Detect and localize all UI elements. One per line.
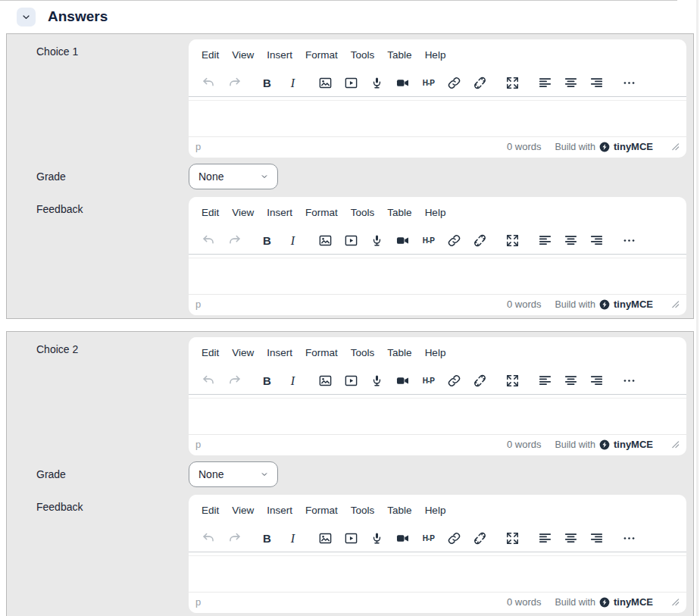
media-icon[interactable]	[341, 231, 361, 251]
menu-tools[interactable]: Tools	[351, 505, 375, 516]
menu-format[interactable]: Format	[305, 207, 338, 218]
menu-table[interactable]: Table	[387, 347, 411, 358]
scrollbar-track[interactable]	[696, 0, 698, 616]
more-icon[interactable]	[619, 231, 639, 251]
align-center-icon[interactable]	[561, 231, 581, 251]
menu-table[interactable]: Table	[387, 49, 411, 61]
record-audio-icon[interactable]	[367, 231, 387, 251]
align-left-icon[interactable]	[535, 371, 555, 391]
resize-handle-icon[interactable]	[671, 142, 680, 151]
menu-edit[interactable]: Edit	[202, 505, 219, 516]
record-audio-icon[interactable]	[367, 529, 387, 549]
fullscreen-icon[interactable]	[502, 73, 523, 93]
link-icon[interactable]	[444, 529, 464, 549]
media-icon[interactable]	[341, 73, 361, 93]
align-left-icon[interactable]	[535, 73, 555, 93]
bold-icon[interactable]: B	[257, 73, 277, 93]
align-left-icon[interactable]	[535, 529, 555, 549]
h5p-icon[interactable]: H-P	[418, 529, 439, 549]
menu-table[interactable]: Table	[387, 207, 411, 218]
menu-format[interactable]: Format	[305, 347, 338, 358]
align-right-icon[interactable]	[586, 529, 607, 549]
resize-handle-icon[interactable]	[671, 440, 680, 449]
tinymce-brand-link[interactable]: Build with tinyMCE	[555, 439, 654, 450]
menu-edit[interactable]: Edit	[202, 347, 219, 358]
tinymce-brand-link[interactable]: Build with tinyMCE	[555, 299, 654, 310]
undo-icon[interactable]	[198, 231, 219, 251]
image-icon[interactable]	[315, 371, 336, 391]
undo-icon[interactable]	[198, 73, 219, 93]
align-center-icon[interactable]	[561, 529, 581, 549]
align-center-icon[interactable]	[561, 73, 581, 93]
undo-icon[interactable]	[198, 529, 219, 549]
italic-icon[interactable]: I	[283, 73, 303, 93]
link-icon[interactable]	[444, 371, 464, 391]
image-icon[interactable]	[315, 231, 336, 251]
fullscreen-icon[interactable]	[502, 371, 523, 391]
redo-icon[interactable]	[224, 371, 245, 391]
element-path[interactable]: p	[195, 141, 201, 152]
link-icon[interactable]	[444, 73, 464, 93]
redo-icon[interactable]	[224, 231, 245, 251]
redo-icon[interactable]	[224, 529, 245, 549]
bold-icon[interactable]: B	[257, 231, 277, 251]
menu-view[interactable]: View	[232, 505, 254, 516]
menu-format[interactable]: Format	[305, 49, 338, 61]
tinymce-brand-link[interactable]: Build with tinyMCE	[555, 141, 654, 152]
align-center-icon[interactable]	[561, 371, 581, 391]
grade-select[interactable]: None	[189, 461, 278, 487]
h5p-icon[interactable]: H-P	[418, 73, 439, 93]
menu-edit[interactable]: Edit	[202, 207, 219, 218]
unlink-icon[interactable]	[470, 529, 490, 549]
grade-select[interactable]: None	[189, 164, 278, 189]
more-icon[interactable]	[619, 371, 639, 391]
redo-icon[interactable]	[224, 73, 245, 93]
h5p-icon[interactable]: H-P	[418, 231, 439, 251]
record-video-icon[interactable]	[392, 73, 413, 93]
menu-view[interactable]: View	[232, 347, 254, 358]
undo-icon[interactable]	[198, 371, 219, 391]
editor-content-area[interactable]	[189, 101, 686, 136]
italic-icon[interactable]: I	[283, 529, 303, 549]
image-icon[interactable]	[315, 529, 336, 549]
record-audio-icon[interactable]	[367, 371, 387, 391]
fullscreen-icon[interactable]	[502, 231, 523, 251]
menu-help[interactable]: Help	[425, 49, 446, 61]
menu-help[interactable]: Help	[425, 207, 446, 218]
media-icon[interactable]	[341, 371, 361, 391]
element-path[interactable]: p	[195, 439, 201, 450]
editor-content-area[interactable]	[189, 399, 686, 434]
collapse-answers-button[interactable]	[17, 8, 36, 27]
menu-tools[interactable]: Tools	[351, 207, 375, 218]
menu-help[interactable]: Help	[425, 347, 446, 358]
menu-view[interactable]: View	[232, 207, 254, 218]
unlink-icon[interactable]	[470, 371, 490, 391]
menu-tools[interactable]: Tools	[351, 49, 375, 61]
h5p-icon[interactable]: H-P	[418, 371, 439, 391]
media-icon[interactable]	[341, 529, 361, 549]
record-audio-icon[interactable]	[367, 73, 387, 93]
editor-content-area[interactable]	[189, 258, 686, 294]
menu-insert[interactable]: Insert	[267, 49, 292, 61]
menu-view[interactable]: View	[232, 49, 254, 61]
more-icon[interactable]	[619, 529, 639, 549]
menu-insert[interactable]: Insert	[267, 347, 292, 358]
menu-insert[interactable]: Insert	[267, 207, 292, 218]
align-right-icon[interactable]	[586, 371, 607, 391]
unlink-icon[interactable]	[470, 73, 490, 93]
editor-content-area[interactable]	[189, 556, 686, 592]
record-video-icon[interactable]	[392, 371, 413, 391]
italic-icon[interactable]: I	[283, 371, 303, 391]
resize-handle-icon[interactable]	[671, 300, 680, 308]
image-icon[interactable]	[315, 73, 336, 93]
tinymce-brand-link[interactable]: Build with tinyMCE	[555, 596, 654, 608]
menu-edit[interactable]: Edit	[202, 49, 219, 61]
align-right-icon[interactable]	[586, 231, 607, 251]
link-icon[interactable]	[444, 231, 464, 251]
unlink-icon[interactable]	[470, 231, 490, 251]
menu-insert[interactable]: Insert	[267, 505, 292, 516]
bold-icon[interactable]: B	[257, 371, 277, 391]
menu-tools[interactable]: Tools	[351, 347, 375, 358]
element-path[interactable]: p	[195, 299, 201, 310]
resize-handle-icon[interactable]	[671, 598, 680, 606]
